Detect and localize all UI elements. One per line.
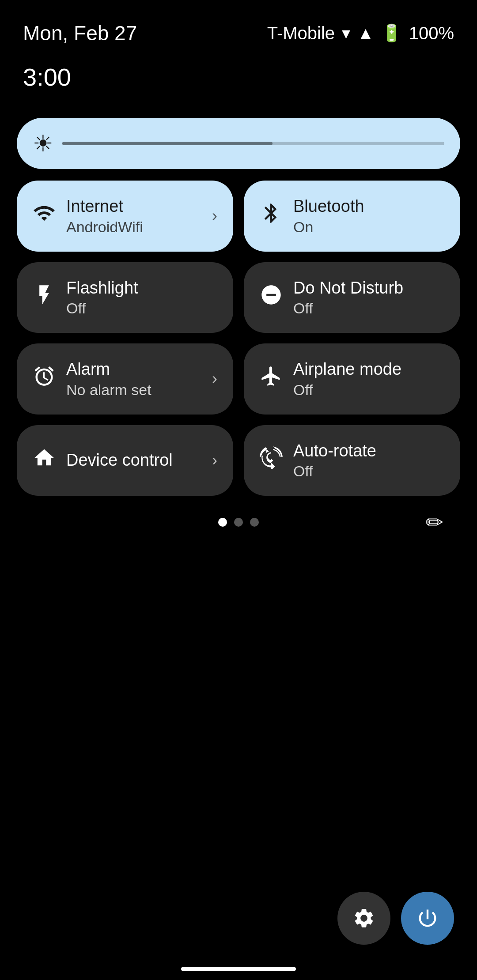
alarm-tile-icon	[33, 365, 56, 393]
internet-sublabel: AndroidWifi	[66, 219, 143, 236]
airplane-tile-text: Airplane mode Off	[293, 359, 401, 399]
bluetooth-tile-text: Bluetooth On	[293, 196, 364, 236]
airplane-tile-icon	[260, 365, 283, 393]
bluetooth-sublabel: On	[293, 219, 364, 236]
alarm-arrow-icon: ›	[212, 369, 217, 388]
internet-label: Internet	[66, 196, 143, 217]
airplane-label: Airplane mode	[293, 359, 401, 380]
brightness-icon: ☀	[33, 130, 53, 157]
bluetooth-label: Bluetooth	[293, 196, 364, 217]
tiles-grid: Internet AndroidWifi › Bluetooth On	[17, 181, 460, 496]
tile-dnd[interactable]: Do Not Disturb Off	[244, 262, 460, 333]
page-indicators: ✏	[17, 518, 460, 527]
auto-rotate-sublabel: Off	[293, 463, 376, 480]
home-gesture-bar[interactable]	[181, 967, 296, 971]
dnd-label: Do Not Disturb	[293, 278, 403, 298]
quick-settings-panel: ☀ Internet AndroidWifi ›	[0, 91, 477, 527]
auto-rotate-tile-text: Auto-rotate Off	[293, 441, 376, 480]
flashlight-tile-text: Flashlight Off	[66, 278, 138, 317]
page-dot-2	[234, 518, 243, 527]
internet-tile-text: Internet AndroidWifi	[66, 196, 143, 236]
dnd-tile-text: Do Not Disturb Off	[293, 278, 403, 317]
page-dot-3	[250, 518, 259, 527]
alarm-label: Alarm	[66, 359, 151, 380]
wifi-tile-icon	[33, 202, 56, 230]
flashlight-label: Flashlight	[66, 278, 138, 298]
tile-device-control[interactable]: Device control ›	[17, 425, 233, 496]
status-bar: Mon, Feb 27 T-Mobile ▾ ▲ 🔋 100%	[0, 0, 477, 54]
alarm-tile-text: Alarm No alarm set	[66, 359, 151, 399]
tile-alarm[interactable]: Alarm No alarm set ›	[17, 343, 233, 415]
device-control-tile-text: Device control	[66, 450, 173, 471]
internet-arrow-icon: ›	[212, 207, 217, 225]
alarm-sublabel: No alarm set	[66, 381, 151, 399]
tile-airplane[interactable]: Airplane mode Off	[244, 343, 460, 415]
airplane-sublabel: Off	[293, 381, 401, 399]
device-control-tile-icon	[33, 446, 56, 475]
flashlight-tile-icon	[33, 283, 56, 312]
battery-label: 100%	[409, 23, 454, 43]
brightness-slider[interactable]: ☀	[17, 118, 460, 169]
bottom-buttons	[337, 892, 454, 945]
settings-button[interactable]	[337, 892, 390, 945]
status-time: 3:00	[0, 54, 477, 91]
power-button[interactable]	[401, 892, 454, 945]
tile-bluetooth[interactable]: Bluetooth On	[244, 181, 460, 252]
device-control-label: Device control	[66, 450, 173, 471]
dnd-sublabel: Off	[293, 300, 403, 317]
battery-icon: 🔋	[381, 23, 402, 43]
tile-flashlight[interactable]: Flashlight Off	[17, 262, 233, 333]
flashlight-sublabel: Off	[66, 300, 138, 317]
auto-rotate-label: Auto-rotate	[293, 441, 376, 461]
device-control-arrow-icon: ›	[212, 451, 217, 470]
status-icons: T-Mobile ▾ ▲ 🔋 100%	[267, 23, 454, 43]
dnd-tile-icon	[260, 283, 283, 312]
bluetooth-tile-icon	[260, 202, 283, 230]
signal-icon: ▲	[357, 24, 374, 43]
status-date: Mon, Feb 27	[23, 21, 137, 45]
tile-internet[interactable]: Internet AndroidWifi ›	[17, 181, 233, 252]
wifi-icon: ▾	[342, 23, 350, 43]
auto-rotate-tile-icon	[260, 446, 283, 475]
carrier-label: T-Mobile	[267, 23, 335, 43]
edit-button[interactable]: ✏	[426, 510, 443, 535]
tile-auto-rotate[interactable]: Auto-rotate Off	[244, 425, 460, 496]
brightness-track[interactable]	[62, 142, 444, 145]
page-dot-1	[218, 518, 227, 527]
